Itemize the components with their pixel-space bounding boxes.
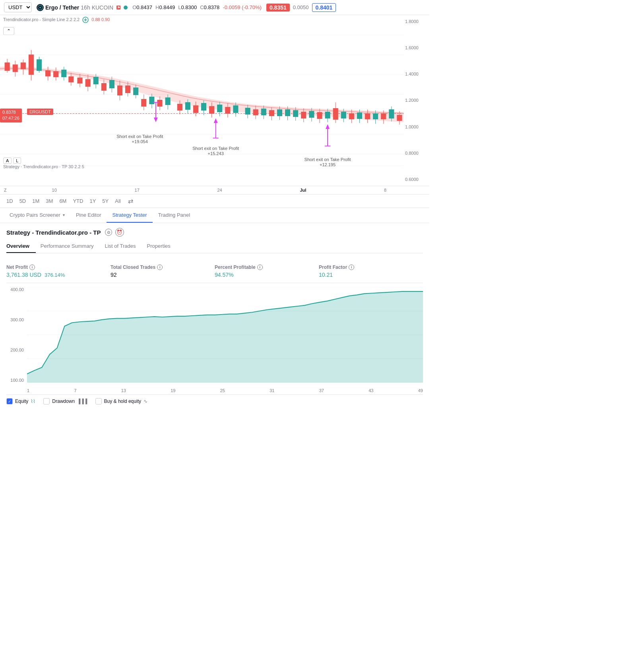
equity-label: Equity [15,398,28,404]
svg-rect-62 [349,113,354,119]
bid-price[interactable]: 0.8351 [266,4,290,12]
range-1m[interactable]: 1M [30,197,42,205]
candlestick-chart[interactable]: Short exit on Take Profit +19.054 Short … [0,15,403,186]
l-button[interactable]: L [13,157,21,164]
svg-marker-117 [214,118,218,123]
range-1y[interactable]: 1Y [87,197,98,205]
price-controls: 0.8351 0.0050 0.8401 [266,3,336,12]
net-profit-info-icon[interactable]: i [29,264,35,270]
net-profit-value: 3,761.38 USD [6,272,41,278]
ohlc-display: O0.8437 H0.8449 L0.8300 C0.8378 -0.0059 … [132,4,262,10]
svg-rect-22 [29,55,33,75]
high-value: 0.8449 [159,4,175,10]
svg-rect-108 [357,113,362,119]
a-button[interactable]: A [3,157,12,164]
chevron-down-icon: ▾ [63,213,65,217]
range-all[interactable]: All [113,197,123,205]
strategy-title-icons: ⊙ ⏰ [105,228,124,237]
pct-profitable-value: 94.57% [215,272,312,278]
tab-pine-editor[interactable]: Pine Editor [70,208,107,223]
svg-rect-36 [117,86,122,95]
svg-rect-46 [193,105,198,113]
range-ytd[interactable]: YTD [70,197,85,205]
profit-factor-info-icon[interactable]: i [349,264,354,270]
svg-point-2 [39,7,41,8]
alert-icon[interactable]: ⏰ [115,228,124,237]
range-3m[interactable]: 3M [43,197,55,205]
svg-rect-28 [69,77,74,82]
svg-rect-86 [201,103,206,110]
time-label-jul: Jul [300,188,306,192]
svg-rect-52 [253,109,258,115]
range-1d[interactable]: 1D [4,197,16,205]
bah-checkbox[interactable] [95,398,102,404]
svg-rect-30 [78,78,82,84]
interval-label: 16h [81,4,90,11]
svg-rect-64 [365,113,370,119]
svg-rect-54 [269,110,274,116]
legend-buy-hold-equity[interactable]: Buy & hold equity ∿ [95,398,147,404]
status-dot [124,6,128,10]
pct-profitable-info-icon[interactable]: i [257,264,263,270]
current-price-label: 0.8378 07:47:26 [0,109,22,122]
range-5y[interactable]: 5Y [100,197,111,205]
svg-rect-92 [245,108,250,114]
legend-drawdown[interactable]: Drawdown ▐▐▐ [43,398,87,404]
svg-text:+15.243: +15.243 [208,151,224,156]
tab-properties[interactable]: Properties [147,241,177,253]
tab-crypto-pairs-screener[interactable]: Crypto Pairs Screener ▾ [4,208,70,223]
svg-rect-44 [177,104,182,110]
drawdown-checkbox[interactable] [43,398,50,404]
svg-rect-72 [62,70,66,77]
settings-icon[interactable]: ⊙ [105,229,112,236]
svg-rect-48 [209,106,214,113]
equity-chart-area[interactable] [27,287,423,383]
range-5d[interactable]: 5D [17,197,29,205]
stats-row: Net Profit i 3,761.38 USD 376.14% Total … [6,260,423,283]
range-6m[interactable]: 6M [57,197,69,205]
take-profit-arrow-2 [213,118,219,138]
tab-list-of-trades[interactable]: List of Trades [105,241,142,253]
spread-value: 0.0050 [293,4,309,10]
legend-equity[interactable]: ✓ Equity ⌇⌇ [6,398,35,404]
svg-rect-112 [389,109,394,118]
svg-rect-16 [5,63,10,71]
total-trades-info-icon[interactable]: i [157,264,163,270]
ask-price[interactable]: 0.8401 [312,3,336,12]
tab-strategy-tester[interactable]: Strategy Tester [107,208,152,223]
total-trades-value: 92 [111,272,208,278]
symbol-icon [37,4,44,11]
stat-total-closed-trades: Total Closed Trades i 92 [111,264,215,278]
drawdown-label: Drawdown [52,398,75,404]
symbol-name: Ergo / Tether [45,4,79,11]
svg-marker-120 [326,124,330,129]
svg-rect-106 [341,112,346,118]
currency-select[interactable]: USDT [4,2,32,12]
svg-rect-96 [277,109,282,116]
time-label-10: 10 [52,188,57,192]
svg-rect-110 [373,113,378,119]
equity-fill [27,292,423,383]
stat-net-profit: Net Profit i 3,761.38 USD 376.14% [6,264,111,278]
svg-rect-56 [301,112,306,118]
svg-rect-82 [165,98,170,105]
chart-area[interactable]: Trendindicator.pro - Simple Line 2.2 2.2… [0,15,429,186]
time-axis: Z 10 17 24 Jul 8 [0,186,429,194]
net-profit-pct: 376.14% [45,272,65,278]
equity-svg[interactable] [27,287,423,383]
legend-row: ✓ Equity ⌇⌇ Drawdown ▐▐▐ Buy & hold equi… [6,395,423,408]
svg-rect-104 [325,112,330,118]
calendar-icon[interactable]: ⇄ [128,197,133,205]
svg-text:+19.054: +19.054 [132,139,148,144]
annotation-3: Short exit on Take Profit [305,157,351,162]
equity-checkbox[interactable]: ✓ [6,398,13,404]
tab-trading-panel[interactable]: Trading Panel [153,208,196,223]
tab-performance-summary[interactable]: Performance Summary [41,241,100,253]
stat-profit-factor: Profit Factor i 10.21 [319,264,423,278]
panel-tabs: Crypto Pairs Screener ▾ Pine Editor Stra… [0,208,429,223]
svg-rect-50 [225,107,230,113]
tab-overview[interactable]: Overview [6,241,36,253]
equity-chart-wrapper[interactable]: 400.00 300.00 200.00 100.00 1 7 [6,283,423,395]
svg-rect-32 [85,80,90,87]
svg-rect-84 [185,102,190,109]
